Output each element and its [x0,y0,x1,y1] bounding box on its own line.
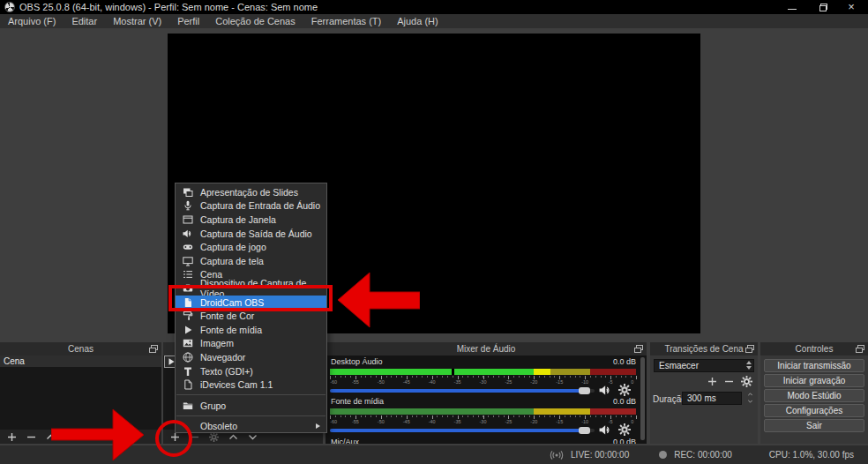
menu-item-audio-input-capture[interactable]: Captura de Entrada de Áudio [176,199,326,213]
globe-icon [183,352,193,363]
menu-item-deprecated[interactable]: Obsoleto [176,420,326,434]
menu-item-display-capture[interactable]: Captura de tela [176,254,326,268]
menu-item-video-capture-device[interactable]: Dispositivo de Captura de Vídeo [176,281,326,296]
volume-slider[interactable] [330,389,595,393]
mixer-scrollbar[interactable] [640,357,645,440]
transitions-dock-header: Transições de Cena [650,342,758,355]
mixer-channel-desktop-audio: Desktop Áudio 0.0 dB -60-55-50-45-40-35-… [326,357,639,397]
menu-arquivo[interactable]: Arquivo (F) [0,14,64,28]
menu-ferramentas[interactable]: Ferramentas (T) [303,14,389,28]
duration-input[interactable]: 300 ms [682,392,742,405]
remove-transition-button[interactable] [724,377,734,386]
transition-settings-gear-icon[interactable] [741,376,752,387]
submenu-arrow-icon [316,423,320,429]
menu-item-droidcam-obs[interactable]: DroidCam OBS [176,296,326,310]
mute-speaker-icon[interactable] [599,384,612,397]
source-up-button[interactable] [228,432,238,442]
menu-item-image[interactable]: Imagem [176,337,326,351]
scene-down-button[interactable] [65,432,75,442]
exit-button[interactable]: Sair [764,419,864,432]
scenes-toolbar [0,430,161,444]
title-bar: OBS 25.0.8 (64-bit, windows) - Perfil: S… [0,0,868,14]
menu-item-audio-output-capture[interactable]: Captura de Saída de Áudio [176,227,326,241]
channel-name: Desktop Áudio [331,357,383,366]
controls-dock-title: Controles [796,344,834,354]
menu-editar[interactable]: Editar [64,14,105,28]
add-transition-button[interactable] [707,377,717,386]
color-source-icon [183,311,193,321]
close-button[interactable]: × [838,0,864,14]
mixer-dock-header: Mixer de Áudio [326,342,647,355]
menu-separator [176,415,326,417]
menu-item-browser[interactable]: Navegador [176,350,326,364]
menu-bar: Arquivo (F) Editar Mostrar (V) Perfil Co… [0,14,868,28]
minimize-button[interactable] [779,0,805,14]
slideshow-icon [183,187,193,198]
mute-speaker-icon[interactable] [599,423,612,437]
microphone-icon [183,200,193,211]
obs-logo-icon [4,2,15,12]
menu-item-game-capture[interactable]: Captura de jogo [176,240,326,254]
add-source-button[interactable] [170,432,180,442]
menu-item-text-gdi[interactable]: Texto (GDI+) [176,364,326,378]
meter-scale: -60-55-50-45-40-35-30-25-20-15-10-50 [330,415,636,423]
menu-item-slideshow[interactable]: Apresentação de Slides [176,185,326,199]
menu-perfil[interactable]: Perfil [169,14,207,28]
studio-mode-button[interactable]: Modo Estúdio [764,389,864,402]
volume-slider-handle[interactable] [579,427,590,434]
gamepad-icon [183,242,193,252]
volume-meter [330,369,636,375]
menu-item-media-source[interactable]: Fonte de mídia [176,323,326,337]
cpu-fps-stats: CPU: 1.0%, 30.00 fps [769,450,854,460]
volume-meter [330,408,636,415]
display-icon [183,256,193,266]
meter-scale: -60-55-50-45-40-35-30-25-20-15-10-50 [330,376,636,384]
live-time: LIVE: 00:00:00 [571,450,629,460]
volume-slider[interactable] [330,429,595,432]
source-properties-gear-icon[interactable] [209,432,219,442]
menu-item-idevices-cam[interactable]: iDevices Cam 1.1 [176,378,326,392]
menu-mostrar[interactable]: Mostrar (V) [105,14,169,28]
mixer-channel-media-source: Fonte de mídia 0.0 dB -60-55-50-45-40-35… [326,397,639,437]
channel-settings-gear-icon[interactable] [618,423,631,436]
popout-icon[interactable] [745,345,754,353]
menu-colecao-de-cenas[interactable]: Coleção de Cenas [207,14,303,28]
menu-ajuda[interactable]: Ajuda (H) [389,14,445,28]
popout-icon[interactable] [149,345,158,353]
transitions-dock-title: Transições de Cena [664,344,743,354]
duration-spinner-icon[interactable] [746,392,754,404]
source-down-button[interactable] [248,432,258,442]
menu-item-color-source[interactable]: Fonte de Cor [176,309,326,323]
remove-source-button[interactable] [190,432,199,442]
file-icon [183,297,193,308]
menu-item-window-capture[interactable]: Captura de Janela [176,213,326,227]
window-icon [183,214,193,225]
popout-icon[interactable] [634,345,643,353]
transition-select[interactable]: Esmaecer [654,359,754,372]
camera-icon [183,283,193,294]
add-source-menu: Apresentação de Slides Captura de Entrad… [175,183,327,433]
channel-db-value: 0.0 dB [613,397,636,406]
menu-separator [176,394,326,396]
add-scene-button[interactable] [7,432,17,442]
start-streaming-button[interactable]: Iniciar transmissão [764,359,864,372]
settings-button[interactable]: Configurações [764,404,864,417]
start-recording-button[interactable]: Iniciar gravação [764,374,864,387]
remove-scene-button[interactable] [26,432,36,442]
channel-settings-gear-icon[interactable] [618,384,631,396]
window-title: OBS 25.0.8 (64-bit, windows) - Perfil: S… [19,1,318,13]
scenes-dock-title: Cenas [68,344,94,354]
audio-mixer-dock: Mixer de Áudio Desktop Áudio 0.0 dB -60-… [326,342,647,444]
rec-time: REC: 00:00:00 [674,450,732,460]
menu-item-group[interactable]: Grupo [176,399,326,413]
scene-list-item[interactable]: Cena [0,355,161,367]
controls-dock: Controles Iniciar transmissão Iniciar gr… [760,342,868,444]
channel-db-value: 0.0 dB [613,357,636,366]
rec-indicator-icon [659,451,667,459]
volume-slider-handle[interactable] [579,387,590,394]
controls-dock-header: Controles [760,342,868,355]
restore-button[interactable] [810,0,836,14]
scene-up-button[interactable] [46,432,56,442]
popout-icon[interactable] [856,345,864,353]
media-play-icon [183,325,193,335]
